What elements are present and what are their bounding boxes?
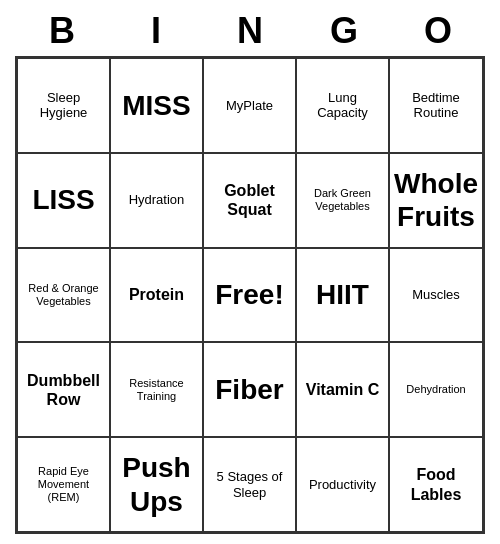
header-letter: N: [206, 10, 294, 52]
bingo-cell: Protein: [110, 248, 203, 343]
bingo-cell: Rapid Eye Movement (REM): [17, 437, 110, 532]
bingo-cell: 5 Stages of Sleep: [203, 437, 296, 532]
bingo-cell: Vitamin C: [296, 342, 389, 437]
bingo-cell: MyPlate: [203, 58, 296, 153]
header-letter: B: [18, 10, 106, 52]
bingo-cell: Lung Capacity: [296, 58, 389, 153]
bingo-cell: Muscles: [389, 248, 483, 343]
bingo-grid: Sleep HygieneMISSMyPlateLung CapacityBed…: [15, 56, 485, 534]
bingo-cell: Dark Green Vegetables: [296, 153, 389, 248]
bingo-cell: Dehydration: [389, 342, 483, 437]
bingo-cell: Resistance Training: [110, 342, 203, 437]
bingo-header: BINGO: [15, 10, 485, 52]
header-letter: I: [112, 10, 200, 52]
bingo-cell: MISS: [110, 58, 203, 153]
bingo-cell: Sleep Hygiene: [17, 58, 110, 153]
bingo-cell: Goblet Squat: [203, 153, 296, 248]
bingo-cell: Free!: [203, 248, 296, 343]
bingo-cell: Fiber: [203, 342, 296, 437]
bingo-cell: Whole Fruits: [389, 153, 483, 248]
bingo-cell: Bedtime Routine: [389, 58, 483, 153]
bingo-cell: Hydration: [110, 153, 203, 248]
header-letter: G: [300, 10, 388, 52]
header-letter: O: [394, 10, 482, 52]
bingo-cell: Red & Orange Vegetables: [17, 248, 110, 343]
bingo-cell: Dumbbell Row: [17, 342, 110, 437]
bingo-cell: Push Ups: [110, 437, 203, 532]
bingo-cell: Food Lables: [389, 437, 483, 532]
bingo-cell: Productivity: [296, 437, 389, 532]
bingo-cell: HIIT: [296, 248, 389, 343]
bingo-cell: LISS: [17, 153, 110, 248]
